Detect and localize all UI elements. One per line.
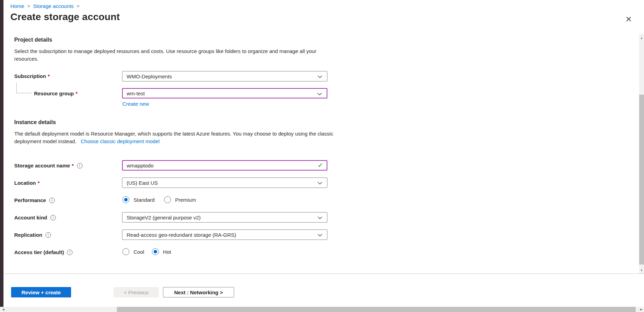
info-icon[interactable]: i [77,163,83,168]
left-edge-bar [0,0,3,307]
project-details-description: Select the subscription to manage deploy… [14,47,329,63]
replication-value: Read-access geo-redundant storage (RA-GR… [127,232,236,238]
validation-check-icon: ✓ [318,162,323,169]
chevron-down-icon [317,75,323,78]
performance-label: Performance i [14,197,55,203]
vertical-scrollbar-thumb[interactable] [639,95,644,265]
choose-classic-deployment-link[interactable]: Choose classic deployment model [80,138,160,144]
performance-label-text: Performance [14,197,46,203]
radio-label: Hot [163,249,171,255]
performance-radio-group: Standard Premium [122,196,205,203]
location-label: Location * [14,180,40,186]
required-asterisk: * [76,90,78,96]
subscription-value: WMO-Deployments [127,73,172,79]
performance-premium-radio[interactable]: Premium [164,196,196,203]
close-icon[interactable]: × [626,14,632,24]
required-asterisk: * [72,163,74,168]
info-icon[interactable]: i [45,232,51,238]
account-kind-dropdown[interactable]: StorageV2 (general purpose v2) [122,212,327,223]
replication-label-text: Replication [14,232,42,238]
resource-group-connector-line [16,93,32,93]
performance-standard-radio[interactable]: Standard [122,196,155,203]
resource-group-value: wm-test [127,90,145,96]
instance-details-text: The default deployment model is Resource… [14,131,333,144]
review-create-button[interactable]: Review + create [11,287,71,297]
scroll-left-icon[interactable]: ◀ [2,307,4,312]
create-new-link[interactable]: Create new [122,101,149,107]
account-kind-value: StorageV2 (general purpose v2) [127,215,200,220]
info-icon[interactable]: i [49,198,55,203]
info-icon[interactable]: i [50,215,56,220]
radio-unselected-icon [164,196,171,203]
location-dropdown[interactable]: (US) East US [122,177,327,188]
breadcrumb: Home > Storage accounts > [10,3,83,9]
radio-label: Premium [175,197,196,203]
chevron-down-icon [317,216,323,219]
resource-group-connector-line [16,83,17,93]
chevron-down-icon [317,182,323,185]
breadcrumb-separator-icon: > [27,3,30,9]
storage-account-name-label: Storage account name * i [14,163,83,168]
info-icon[interactable]: i [67,250,72,255]
resource-group-label-text: Resource group [34,90,74,96]
access-tier-hot-radio[interactable]: Hot [152,248,171,255]
scroll-up-icon[interactable]: ▲ [639,37,644,39]
radio-label: Cool [134,249,144,255]
scroll-down-icon[interactable]: ▼ [639,269,644,271]
subscription-label: Subscription * [14,73,50,79]
access-tier-cool-radio[interactable]: Cool [122,248,144,255]
resource-group-label: Resource group * [34,90,78,96]
storage-account-name-field: ✓ [122,160,327,171]
instance-details-description: The default deployment model is Resource… [14,130,334,145]
previous-button[interactable]: < Previous [113,287,159,297]
subscription-label-text: Subscription [14,73,46,79]
resource-group-dropdown[interactable]: wm-test [122,88,327,98]
replication-dropdown[interactable]: Read-access geo-redundant storage (RA-GR… [122,229,327,240]
subscription-dropdown[interactable]: WMO-Deployments [122,71,327,81]
replication-label: Replication i [14,232,51,238]
footer-divider [3,274,644,274]
access-tier-label-text: Access tier (default) [14,249,64,255]
radio-label: Standard [134,197,155,203]
chevron-down-icon [317,93,322,96]
account-kind-label: Account kind i [14,215,56,220]
instance-details-heading: Instance details [14,119,56,125]
required-asterisk: * [38,180,40,186]
breadcrumb-storage-accounts-link[interactable]: Storage accounts [33,3,74,9]
access-tier-radio-group: Cool Hot [122,248,180,255]
radio-selected-icon [152,248,159,255]
horizontal-scrollbar[interactable]: ◀ ▶ [0,307,644,312]
chevron-down-icon [317,234,323,237]
radio-unselected-icon [122,248,129,255]
scroll-right-icon[interactable]: ▶ [641,307,642,312]
horizontal-scrollbar-thumb[interactable] [117,307,636,312]
required-asterisk: * [48,73,50,79]
breadcrumb-separator-icon: > [77,3,79,9]
next-networking-button[interactable]: Next : Networking > [163,287,234,297]
storage-account-name-input[interactable] [122,160,327,171]
page-title: Create storage account [10,11,120,23]
radio-selected-icon [122,196,129,203]
breadcrumb-home-link[interactable]: Home [10,3,24,9]
access-tier-label: Access tier (default) i [14,249,72,255]
account-kind-label-text: Account kind [14,215,47,220]
storage-account-name-label-text: Storage account name [14,163,70,168]
vertical-scrollbar[interactable]: ▲ ▼ [639,34,644,274]
project-details-heading: Project details [14,37,52,43]
location-value: (US) East US [127,180,158,186]
location-label-text: Location [14,180,36,186]
